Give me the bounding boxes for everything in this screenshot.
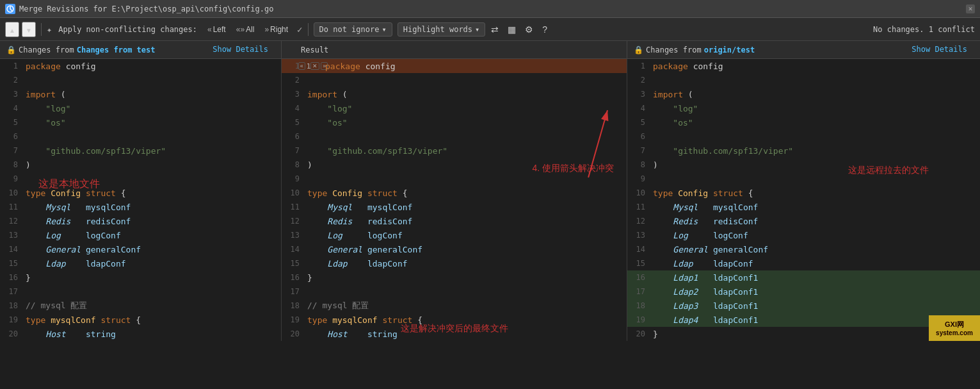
- table-row: 14 General generalConf: [0, 242, 281, 256]
- table-row: 16 }: [0, 270, 281, 285]
- table-row: 1 « 1 ✕ » package config: [282, 59, 627, 73]
- app-icon: [5, 4, 15, 14]
- right-panel-changes-label: Changes from: [646, 46, 702, 54]
- lock-icon: 🔒: [6, 46, 16, 54]
- table-row: 20 Host string: [282, 327, 627, 341]
- table-row: 10 type Config struct {: [282, 186, 627, 200]
- table-row: 14 General generalConf: [282, 242, 627, 256]
- layout-icon-button[interactable]: ▦: [504, 22, 519, 37]
- table-row: 12 Redis redisConf: [0, 214, 281, 228]
- table-row: 3 import (: [627, 87, 980, 101]
- table-row: 2: [0, 73, 281, 87]
- prev-change-button[interactable]: [5, 22, 19, 37]
- apply-non-conflicting-label: Apply non-conflicting changes:: [54, 24, 201, 35]
- table-row: 3 import (: [282, 87, 627, 101]
- highlight-words-dropdown[interactable]: Highlight words ▾: [398, 22, 486, 37]
- separator-2: [308, 23, 309, 36]
- apply-left-button[interactable]: « Left: [204, 24, 230, 35]
- panel-headers-row: 🔒 Changes from Changes from test Show De…: [0, 41, 980, 59]
- table-row: 13 Log logConf: [0, 228, 281, 242]
- expand-left-icon[interactable]: «: [298, 62, 305, 70]
- table-row: 20 }: [627, 327, 980, 341]
- table-row: 5 "os": [282, 115, 627, 129]
- right-code-content[interactable]: 1 package config 2 3 import ( 4 "log" 5 …: [627, 59, 980, 341]
- table-row: 3 import (: [0, 87, 281, 101]
- table-row: 17 Ldap2 ldapConf1: [627, 285, 980, 299]
- table-row: 12 Redis redisConf: [627, 214, 980, 228]
- table-row: 9: [282, 172, 627, 186]
- left-panel-branch-name: Changes from test: [77, 46, 156, 54]
- help-icon-button[interactable]: ?: [539, 22, 550, 37]
- table-row: 15 Ldap ldapConf: [0, 256, 281, 270]
- window-title: Merge Revisions for E:\Project\osp_api\c…: [19, 4, 962, 13]
- toolbar: ✦ Apply non-conflicting changes: « Left …: [0, 18, 980, 41]
- left-panel-header: 🔒 Changes from Changes from test Show De…: [0, 41, 282, 58]
- apply-right-button[interactable]: » Right: [261, 24, 292, 35]
- table-row: 8 ): [0, 158, 281, 172]
- table-row: 9: [627, 172, 980, 186]
- right-show-details-link[interactable]: Show Details: [905, 41, 974, 59]
- table-row: 16 Ldap1 ldapConf1: [627, 270, 980, 285]
- table-row: 11 Mysql mysqlConf: [0, 200, 281, 214]
- magic-wand-icon: ✦: [47, 24, 52, 35]
- table-row: 11 Mysql mysqlConf: [627, 200, 980, 214]
- table-row: 18 // mysql 配置: [0, 299, 281, 313]
- dropdown-arrow-2-icon: ▾: [475, 25, 479, 34]
- table-row: 10 type Config struct {: [627, 186, 980, 200]
- close-conflict-icon[interactable]: ✕: [310, 62, 319, 70]
- left-show-details-link[interactable]: Show Details: [206, 41, 275, 59]
- table-row: 7 "github.com/spf13/viper": [0, 144, 281, 158]
- table-row: 19 Ldap4 ldapConf1: [627, 313, 980, 327]
- center-code-content[interactable]: 1 « 1 ✕ » package config 2 3 import ( 4: [282, 59, 627, 341]
- table-row: 5 "os": [627, 115, 980, 129]
- all-arrows-icon: «»: [236, 25, 245, 34]
- settings-icon-button[interactable]: ⇄: [488, 22, 502, 37]
- watermark-brand-top: GXI网: [945, 320, 964, 329]
- conflict-num: 1: [307, 62, 311, 70]
- table-row: 18 // mysql 配置: [282, 299, 627, 313]
- left-code-content[interactable]: 1 package config 2 3 import ( 4 "log" 5 …: [0, 59, 281, 341]
- table-row: 7 "github.com/spf13/viper": [627, 144, 980, 158]
- table-row: 7 "github.com/spf13/viper": [282, 144, 627, 158]
- table-row: 6: [0, 129, 281, 144]
- right-arrow-icon: »: [264, 25, 269, 34]
- right-panel-branch-name: origin/test: [704, 46, 755, 54]
- table-row: 17: [0, 285, 281, 299]
- close-button[interactable]: ✕: [966, 4, 975, 13]
- gear-icon-button[interactable]: ⚙: [522, 22, 536, 37]
- center-panel-header: Result: [282, 41, 627, 58]
- table-row: 19 type mysqlConf struct {: [282, 313, 627, 327]
- table-row: 8 ): [282, 158, 627, 172]
- table-row: 19 type mysqlConf struct {: [0, 313, 281, 327]
- check-icon: ✓: [297, 24, 302, 35]
- table-row: 10 type Config struct {: [0, 186, 281, 200]
- table-row: 8 ): [627, 158, 980, 172]
- watermark-brand-bottom: system.com: [936, 329, 973, 336]
- table-row: 12 Redis redisConf: [282, 214, 627, 228]
- apply-all-button[interactable]: «» All: [232, 24, 259, 35]
- watermark: GXI网 system.com: [929, 315, 980, 341]
- table-row: 13 Log logConf: [627, 228, 980, 242]
- lock-icon-right: 🔒: [634, 46, 643, 54]
- table-row: 20 Host string: [0, 327, 281, 341]
- table-row: 5 "os": [0, 115, 281, 129]
- table-row: 14 General generalConf: [627, 242, 980, 256]
- right-panel-header: 🔒 Changes from origin/test Show Details: [627, 41, 980, 58]
- dropdown-arrow-icon: ▾: [382, 25, 386, 34]
- table-row: 4 "log": [627, 101, 980, 115]
- separator-1: [41, 23, 42, 36]
- table-row: 17: [282, 285, 627, 299]
- table-row: 9: [0, 172, 281, 186]
- table-row: 6: [282, 129, 627, 144]
- table-row: 1 package config: [0, 59, 281, 73]
- table-row: 1 package config: [627, 59, 980, 73]
- table-row: 6: [627, 129, 980, 144]
- table-row: 15 Ldap ldapConf: [627, 256, 980, 270]
- left-code-panel: 这是本地文件 1 package config 2 3 import ( 4 "…: [0, 59, 282, 341]
- center-result-label: Result: [301, 46, 328, 54]
- next-change-button[interactable]: [22, 22, 36, 37]
- do-not-ignore-dropdown[interactable]: Do not ignore ▾: [314, 22, 392, 37]
- table-row: 2: [282, 73, 627, 87]
- table-row: 11 Mysql mysqlConf: [282, 200, 627, 214]
- right-code-panel: 这是远程拉去的文件 1 package config 2 3 import ( …: [627, 59, 980, 341]
